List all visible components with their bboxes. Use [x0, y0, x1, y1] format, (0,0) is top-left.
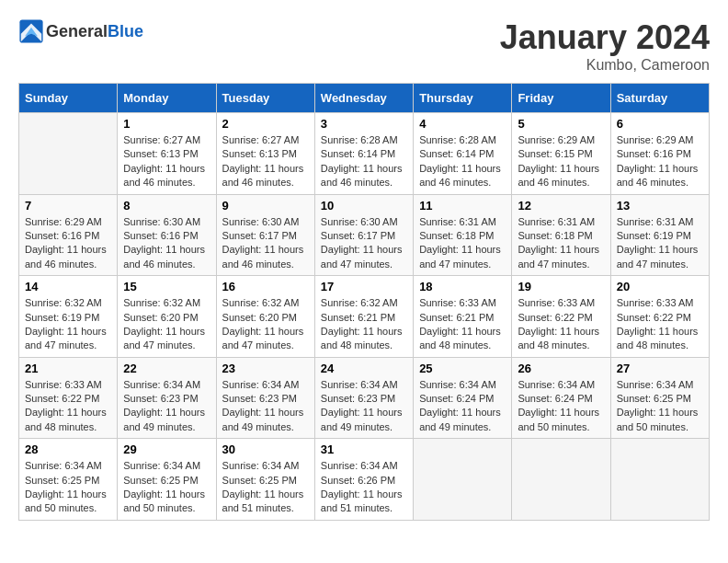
- calendar-cell: [512, 439, 610, 521]
- header-day-thursday: Thursday: [414, 84, 512, 113]
- header-day-sunday: Sunday: [19, 84, 118, 113]
- header-day-tuesday: Tuesday: [216, 84, 314, 113]
- day-number: 14: [25, 280, 111, 293]
- sub-title: Kumbo, Cameroon: [500, 57, 710, 74]
- day-number: 3: [321, 117, 407, 131]
- calendar-header: SundayMondayTuesdayWednesdayThursdayFrid…: [19, 84, 710, 113]
- calendar-cell: [610, 439, 709, 521]
- day-info: Sunrise: 6:34 AMSunset: 6:26 PMDaylight:…: [321, 459, 407, 516]
- logo: GeneralBlue: [18, 18, 143, 44]
- day-info: Sunrise: 6:33 AMSunset: 6:22 PMDaylight:…: [617, 296, 703, 353]
- logo-general: General: [46, 22, 108, 40]
- day-number: 27: [617, 362, 703, 375]
- calendar-cell: 24Sunrise: 6:34 AMSunset: 6:23 PMDayligh…: [314, 357, 413, 439]
- logo-icon: [18, 18, 44, 44]
- calendar-cell: 11Sunrise: 6:31 AMSunset: 6:18 PMDayligh…: [414, 194, 512, 276]
- day-info: Sunrise: 6:33 AMSunset: 6:21 PMDaylight:…: [419, 296, 506, 353]
- calendar-cell: 1Sunrise: 6:27 AMSunset: 6:13 PMDaylight…: [118, 113, 216, 195]
- calendar-cell: 12Sunrise: 6:31 AMSunset: 6:18 PMDayligh…: [512, 194, 610, 276]
- day-info: Sunrise: 6:34 AMSunset: 6:25 PMDaylight:…: [123, 459, 210, 516]
- calendar-cell: 16Sunrise: 6:32 AMSunset: 6:20 PMDayligh…: [216, 276, 314, 358]
- day-number: 25: [419, 362, 506, 375]
- day-number: 1: [123, 117, 210, 131]
- day-info: Sunrise: 6:32 AMSunset: 6:20 PMDaylight:…: [123, 296, 210, 353]
- day-info: Sunrise: 6:32 AMSunset: 6:20 PMDaylight:…: [222, 296, 309, 353]
- day-number: 5: [518, 117, 604, 131]
- day-number: 19: [518, 280, 604, 293]
- day-number: 20: [617, 280, 703, 293]
- day-number: 22: [123, 362, 210, 375]
- day-info: Sunrise: 6:34 AMSunset: 6:24 PMDaylight:…: [419, 378, 506, 435]
- day-info: Sunrise: 6:33 AMSunset: 6:22 PMDaylight:…: [25, 378, 111, 435]
- day-info: Sunrise: 6:34 AMSunset: 6:23 PMDaylight:…: [123, 378, 210, 435]
- calendar-cell: 15Sunrise: 6:32 AMSunset: 6:20 PMDayligh…: [118, 276, 216, 358]
- day-info: Sunrise: 6:29 AMSunset: 6:15 PMDaylight:…: [518, 133, 604, 190]
- calendar-cell: 20Sunrise: 6:33 AMSunset: 6:22 PMDayligh…: [610, 276, 709, 358]
- calendar-cell: 6Sunrise: 6:29 AMSunset: 6:16 PMDaylight…: [610, 113, 709, 195]
- calendar-cell: 23Sunrise: 6:34 AMSunset: 6:23 PMDayligh…: [216, 357, 314, 439]
- calendar-cell: 5Sunrise: 6:29 AMSunset: 6:15 PMDaylight…: [512, 113, 610, 195]
- day-info: Sunrise: 6:27 AMSunset: 6:13 PMDaylight:…: [123, 133, 210, 190]
- day-info: Sunrise: 6:34 AMSunset: 6:25 PMDaylight:…: [617, 378, 703, 435]
- day-info: Sunrise: 6:27 AMSunset: 6:13 PMDaylight:…: [222, 133, 309, 190]
- day-number: 31: [321, 442, 407, 456]
- calendar-cell: 4Sunrise: 6:28 AMSunset: 6:14 PMDaylight…: [414, 113, 512, 195]
- header-day-wednesday: Wednesday: [314, 84, 413, 113]
- day-info: Sunrise: 6:34 AMSunset: 6:25 PMDaylight:…: [222, 459, 309, 516]
- day-number: 29: [123, 442, 210, 456]
- day-number: 23: [222, 362, 309, 375]
- title-area: January 2024 Kumbo, Cameroon: [500, 18, 710, 74]
- calendar-cell: 17Sunrise: 6:32 AMSunset: 6:21 PMDayligh…: [314, 276, 413, 358]
- calendar-cell: 27Sunrise: 6:34 AMSunset: 6:25 PMDayligh…: [610, 357, 709, 439]
- day-number: 30: [222, 442, 309, 456]
- day-number: 28: [25, 442, 111, 456]
- day-number: 26: [518, 362, 604, 375]
- header-day-monday: Monday: [118, 84, 216, 113]
- calendar-cell: 25Sunrise: 6:34 AMSunset: 6:24 PMDayligh…: [414, 357, 512, 439]
- calendar-cell: 22Sunrise: 6:34 AMSunset: 6:23 PMDayligh…: [118, 357, 216, 439]
- week-row: 7Sunrise: 6:29 AMSunset: 6:16 PMDaylight…: [19, 194, 710, 276]
- calendar-cell: 3Sunrise: 6:28 AMSunset: 6:14 PMDaylight…: [314, 113, 413, 195]
- calendar-cell: 13Sunrise: 6:31 AMSunset: 6:19 PMDayligh…: [610, 194, 709, 276]
- header-day-friday: Friday: [512, 84, 610, 113]
- week-row: 14Sunrise: 6:32 AMSunset: 6:19 PMDayligh…: [19, 276, 710, 358]
- day-info: Sunrise: 6:32 AMSunset: 6:21 PMDaylight:…: [321, 296, 407, 353]
- day-info: Sunrise: 6:28 AMSunset: 6:14 PMDaylight:…: [419, 133, 506, 190]
- calendar-body: 1Sunrise: 6:27 AMSunset: 6:13 PMDaylight…: [19, 113, 710, 521]
- calendar-cell: 29Sunrise: 6:34 AMSunset: 6:25 PMDayligh…: [118, 439, 216, 521]
- day-number: 8: [123, 199, 210, 213]
- day-number: 15: [123, 280, 210, 293]
- logo-blue: Blue: [108, 22, 143, 40]
- calendar-cell: 18Sunrise: 6:33 AMSunset: 6:21 PMDayligh…: [414, 276, 512, 358]
- day-info: Sunrise: 6:31 AMSunset: 6:18 PMDaylight:…: [419, 215, 506, 272]
- day-number: 17: [321, 280, 407, 293]
- day-number: 4: [419, 117, 506, 131]
- day-number: 24: [321, 362, 407, 375]
- calendar-cell: 8Sunrise: 6:30 AMSunset: 6:16 PMDaylight…: [118, 194, 216, 276]
- calendar-cell: 21Sunrise: 6:33 AMSunset: 6:22 PMDayligh…: [19, 357, 118, 439]
- calendar-cell: 26Sunrise: 6:34 AMSunset: 6:24 PMDayligh…: [512, 357, 610, 439]
- week-row: 21Sunrise: 6:33 AMSunset: 6:22 PMDayligh…: [19, 357, 710, 439]
- day-info: Sunrise: 6:34 AMSunset: 6:24 PMDaylight:…: [518, 378, 604, 435]
- calendar-cell: 19Sunrise: 6:33 AMSunset: 6:22 PMDayligh…: [512, 276, 610, 358]
- day-info: Sunrise: 6:30 AMSunset: 6:16 PMDaylight:…: [123, 215, 210, 272]
- day-info: Sunrise: 6:30 AMSunset: 6:17 PMDaylight:…: [222, 215, 309, 272]
- day-info: Sunrise: 6:31 AMSunset: 6:18 PMDaylight:…: [518, 215, 604, 272]
- calendar-cell: 9Sunrise: 6:30 AMSunset: 6:17 PMDaylight…: [216, 194, 314, 276]
- day-info: Sunrise: 6:34 AMSunset: 6:23 PMDaylight:…: [321, 378, 407, 435]
- calendar-cell: 2Sunrise: 6:27 AMSunset: 6:13 PMDaylight…: [216, 113, 314, 195]
- day-info: Sunrise: 6:34 AMSunset: 6:23 PMDaylight:…: [222, 378, 309, 435]
- day-number: 7: [25, 199, 111, 213]
- calendar-table: SundayMondayTuesdayWednesdayThursdayFrid…: [18, 83, 710, 521]
- day-number: 13: [617, 199, 703, 213]
- calendar-cell: [414, 439, 512, 521]
- calendar-cell: 28Sunrise: 6:34 AMSunset: 6:25 PMDayligh…: [19, 439, 118, 521]
- day-number: 10: [321, 199, 407, 213]
- calendar-cell: 10Sunrise: 6:30 AMSunset: 6:17 PMDayligh…: [314, 194, 413, 276]
- day-number: 6: [617, 117, 703, 131]
- day-number: 9: [222, 199, 309, 213]
- day-number: 11: [419, 199, 506, 213]
- calendar-cell: 30Sunrise: 6:34 AMSunset: 6:25 PMDayligh…: [216, 439, 314, 521]
- day-info: Sunrise: 6:28 AMSunset: 6:14 PMDaylight:…: [321, 133, 407, 190]
- day-info: Sunrise: 6:31 AMSunset: 6:19 PMDaylight:…: [617, 215, 703, 272]
